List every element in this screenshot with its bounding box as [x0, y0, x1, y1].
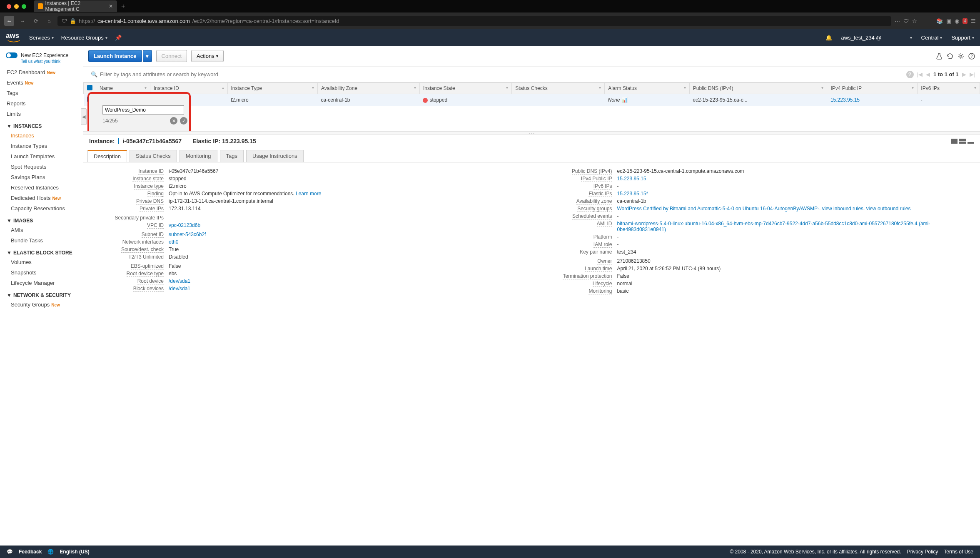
sidebar-item-lifecycle-manager[interactable]: Lifecycle Manager [0, 278, 83, 288]
tab-description[interactable]: Description [87, 150, 127, 162]
column-header-public-dns-ipv4-[interactable]: Public DNS (IPv4)▾ [689, 83, 827, 94]
actions-menu[interactable]: Actions ▾ [191, 50, 224, 62]
sidebar-item-limits[interactable]: Limits [0, 109, 83, 119]
detail-link[interactable]: vpc-02123d6b [169, 222, 200, 228]
menu-icon[interactable]: ☰ [971, 18, 976, 24]
pager-prev-icon[interactable]: ◀ [926, 71, 930, 77]
new-tab-icon[interactable]: + [121, 2, 125, 10]
sidebar-item-reports[interactable]: Reports [0, 98, 83, 109]
sidebar-icon[interactable]: ▣ [946, 18, 951, 24]
tab-status-checks[interactable]: Status Checks [130, 150, 177, 162]
column-header-ipv4-public-ip[interactable]: IPv4 Public IP▾ [827, 83, 918, 94]
browser-tab[interactable]: Instances | EC2 Management C ✕ [34, 0, 117, 12]
sidebar-item-launch-templates[interactable]: Launch Templates [0, 151, 83, 162]
flask-icon[interactable] [936, 53, 943, 60]
launch-instance-dropdown[interactable]: ▾ [143, 50, 152, 62]
sidebar-item-instances[interactable]: Instances [0, 130, 83, 141]
detail-link[interactable]: subnet-543c6b2f [169, 232, 206, 237]
minimize-window-icon[interactable] [14, 4, 19, 9]
support-menu[interactable]: Support▾ [951, 35, 974, 41]
sidebar-item-instance-types[interactable]: Instance Types [0, 141, 83, 151]
close-tab-icon[interactable]: ✕ [109, 3, 113, 9]
sidebar-section-images[interactable]: ▼ IMAGES [0, 214, 83, 225]
sidebar-section-ebs[interactable]: ▼ ELASTIC BLOCK STORE [0, 246, 83, 257]
sidebar-item-capacity-reservations[interactable]: Capacity Reservations [0, 203, 83, 214]
home-button[interactable]: ⌂ [44, 16, 54, 26]
column-header-availability-zone[interactable]: Availability Zone▾ [317, 83, 419, 94]
bookmark-star-icon[interactable]: ☆ [912, 18, 917, 24]
ext-icon[interactable]: 4 [963, 18, 968, 24]
sidebar-item-bundle-tasks[interactable]: Bundle Tasks [0, 235, 83, 246]
maximize-window-icon[interactable] [22, 4, 26, 9]
sidebar-item-tags[interactable]: Tags [0, 88, 83, 98]
url-bar[interactable]: 🛡 🔒 https://ca-central-1.console.aws.ama… [57, 16, 891, 26]
column-header-instance-state[interactable]: Instance State▾ [419, 83, 511, 94]
tab-tags[interactable]: Tags [220, 150, 244, 162]
collapse-sidebar-icon[interactable]: ◀ [81, 108, 87, 125]
column-header-ipv6-ips[interactable]: IPv6 IPs▾ [918, 83, 980, 94]
back-button[interactable]: ← [4, 16, 14, 26]
shield-icon[interactable]: 🛡 [62, 18, 67, 24]
resource-groups-menu[interactable]: Resource Groups▾ [61, 35, 107, 41]
sidebar-item-savings-plans[interactable]: Savings Plans [0, 172, 83, 182]
services-menu[interactable]: Services▾ [29, 35, 54, 41]
forward-button[interactable]: → [17, 16, 27, 26]
sidebar-item-security-groups[interactable]: Security GroupsNew [0, 299, 83, 310]
bell-icon[interactable]: 🔔 [825, 35, 832, 41]
detail-link[interactable]: Learn more [296, 191, 321, 197]
reader-icon[interactable]: 🛡 [903, 18, 909, 24]
select-all-checkbox[interactable] [87, 85, 92, 90]
view-min-icon[interactable] [968, 142, 974, 144]
filter-input[interactable] [88, 69, 903, 80]
aws-logo[interactable]: aws [6, 32, 22, 43]
new-experience-toggle[interactable]: New EC2 Experience [0, 50, 83, 59]
user-menu[interactable]: aws_test_234 @▾ [841, 35, 912, 41]
library-icon[interactable]: 📚 [936, 18, 943, 24]
account-icon[interactable]: ◉ [955, 18, 959, 24]
feedback-link[interactable]: Tell us what you think [0, 59, 83, 64]
confirm-edit-icon[interactable]: ✓ [180, 117, 187, 125]
detail-link[interactable]: eth0 [169, 239, 178, 245]
sidebar-item-reserved-instances[interactable]: Reserved Instances [0, 182, 83, 193]
alarm-add-icon[interactable]: 📊 [621, 97, 628, 103]
sidebar-item-snapshots[interactable]: Snapshots [0, 267, 83, 278]
sidebar-item-spot-requests[interactable]: Spot Requests [0, 162, 83, 172]
help-icon[interactable]: ? [968, 53, 975, 60]
sidebar-item-volumes[interactable]: Volumes [0, 257, 83, 267]
refresh-icon[interactable] [947, 53, 953, 60]
toggle-switch-icon[interactable] [6, 52, 17, 58]
cancel-edit-icon[interactable]: ✕ [170, 117, 177, 125]
pin-icon[interactable]: 📌 [115, 35, 122, 41]
column-header-status-checks[interactable]: Status Checks▾ [512, 83, 605, 94]
tab-monitoring[interactable]: Monitoring [180, 150, 217, 162]
pager-first-icon[interactable]: |◀ [917, 71, 923, 77]
gear-icon[interactable] [958, 53, 964, 60]
detail-link[interactable]: /dev/sda1 [169, 286, 190, 291]
detail-link[interactable]: WordPress Certified by Bitnami and Autom… [617, 206, 911, 212]
sidebar-item-events[interactable]: EventsNew [0, 77, 83, 88]
detail-link[interactable]: /dev/sda1 [169, 278, 190, 284]
column-header-instance-type[interactable]: Instance Type▾ [227, 83, 317, 94]
view-full-icon[interactable] [951, 139, 958, 144]
pager-next-icon[interactable]: ▶ [962, 71, 966, 77]
launch-instance-button[interactable]: Launch Instance [88, 50, 142, 62]
region-menu[interactable]: Central▾ [921, 35, 943, 41]
sidebar-section-network[interactable]: ▼ NETWORK & SECURITY [0, 288, 83, 299]
close-window-icon[interactable] [7, 4, 11, 9]
connect-button[interactable]: Connect [156, 50, 187, 62]
pager-last-icon[interactable]: ▶| [970, 71, 975, 77]
split-handle[interactable]: • • • [83, 131, 980, 135]
view-split-icon[interactable] [959, 139, 966, 144]
table-row[interactable]: 46a5567 t2.micro ca-central-1b stopped N… [84, 94, 980, 106]
tab-usage-instructions[interactable]: Usage Instructions [246, 150, 304, 162]
reload-button[interactable]: ⟳ [31, 16, 41, 26]
name-edit-input[interactable] [102, 105, 184, 115]
sidebar-item-ec2-dashboard[interactable]: EC2 DashboardNew [0, 67, 83, 77]
sidebar-section-instances[interactable]: ▼ INSTANCES [0, 119, 83, 130]
more-icon[interactable]: ⋯ [895, 18, 900, 24]
detail-link[interactable]: 15.223.95.15* [617, 191, 648, 197]
column-header-alarm-status[interactable]: Alarm Status▾ [605, 83, 689, 94]
filter-help-icon[interactable]: ? [906, 71, 914, 78]
detail-link[interactable]: 15.223.95.15 [617, 176, 646, 182]
detail-link[interactable]: bitnami-wordpress-5.4-0-linux-ubuntu-16.… [617, 221, 930, 232]
